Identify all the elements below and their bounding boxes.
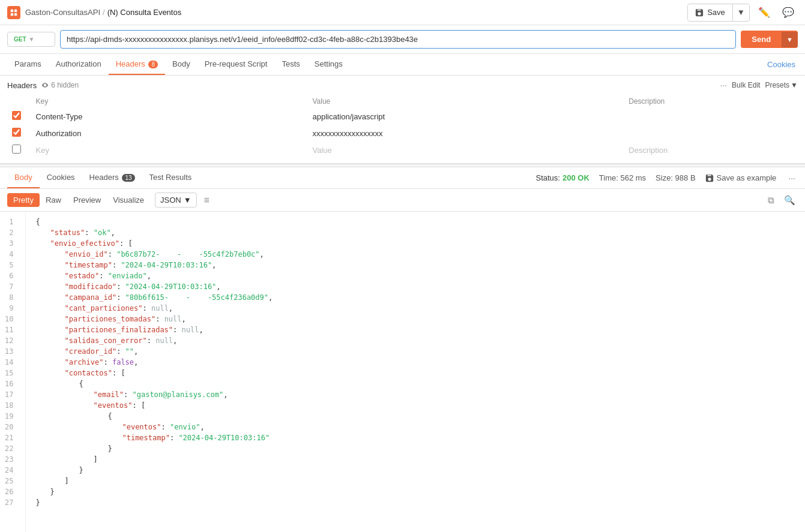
request-name: (N) Consulta Eventos <box>107 8 182 17</box>
header-desc-new[interactable]: Description <box>624 142 798 158</box>
fmt-tab-pretty[interactable]: Pretty <box>7 193 40 207</box>
svg-rect-2 <box>11 13 13 15</box>
presets-button[interactable]: Presets ▼ <box>765 81 798 89</box>
copy-button[interactable]: ⧉ <box>765 194 777 207</box>
json-label: JSON <box>160 196 181 205</box>
edit-icon-button[interactable]: ✏️ <box>755 4 774 20</box>
tab-settings[interactable]: Settings <box>307 54 350 75</box>
headers-actions: ··· Bulk Edit Presets ▼ <box>720 80 798 90</box>
line-5: "timestamp": "2024-04-29T10:03:16", <box>35 260 795 270</box>
header-desc-1[interactable] <box>624 125 798 142</box>
line-7: "modificado": "2024-04-29T10:03:16", <box>35 281 795 292</box>
size-value: 988 B <box>675 173 696 182</box>
bulk-edit-button[interactable]: Bulk Edit <box>732 81 760 89</box>
fmt-tab-raw[interactable]: Raw <box>40 193 67 207</box>
json-format-selector[interactable]: JSON ▼ <box>155 193 197 208</box>
col-key: Key <box>31 95 308 108</box>
response-size: Size: 988 B <box>656 173 696 182</box>
save-button-group: Save ▼ <box>687 4 750 22</box>
line-22: } <box>35 443 795 454</box>
headers-title-row: Headers 6 hidden ··· Bulk Edit Presets ▼ <box>7 80 798 90</box>
method-dropdown-icon: ▼ <box>29 36 35 43</box>
svg-rect-1 <box>14 9 17 11</box>
headers-table: Key Value Description Content-Type appli… <box>7 95 798 158</box>
save-example-label: Save as example <box>717 173 777 182</box>
tab-headers-label: Headers <box>116 59 145 68</box>
value-placeholder: Value <box>312 146 331 155</box>
response-meta: Status: 200 OK Time: 562 ms Size: 988 B … <box>536 172 798 184</box>
col-desc: Description <box>624 95 798 108</box>
response-more-button[interactable]: ··· <box>786 172 798 184</box>
line-17: "email": "gaston@planisys.com", <box>35 389 795 400</box>
fmt-tab-visualize[interactable]: Visualize <box>107 193 150 207</box>
line-26: } <box>35 486 795 497</box>
tab-headers[interactable]: Headers 8 <box>109 54 165 75</box>
header-checkbox-new[interactable] <box>12 145 21 154</box>
fmt-tab-preview[interactable]: Preview <box>67 193 107 207</box>
collection-name[interactable]: Gaston-ConsultasAPI <box>25 8 100 17</box>
method-select[interactable]: GET ▼ <box>7 32 55 47</box>
headers-more-button[interactable]: ··· <box>720 80 727 90</box>
resp-tab-testresults[interactable]: Test Results <box>142 167 199 188</box>
save-label: Save <box>707 8 725 17</box>
header-value-new[interactable]: Value <box>307 142 624 158</box>
req-tabs-right: Cookies <box>765 55 798 74</box>
tab-body[interactable]: Body <box>165 54 197 75</box>
tab-tests[interactable]: Tests <box>274 54 307 75</box>
header-checkbox-0[interactable] <box>12 111 21 120</box>
hidden-headers-toggle[interactable]: 6 hidden <box>41 81 79 89</box>
comment-icon-button[interactable]: 💬 <box>779 4 798 20</box>
request-tabs: Params Authorization Headers 8 Body Pre-… <box>0 54 805 76</box>
tab-params[interactable]: Params <box>7 54 49 75</box>
header-key-0[interactable]: Content-Type <box>31 108 308 125</box>
tab-authorization[interactable]: Authorization <box>49 54 109 75</box>
method-label: GET <box>14 36 26 43</box>
line-15: "contactos": [ <box>35 368 795 378</box>
tab-prerequest[interactable]: Pre-request Script <box>197 54 275 75</box>
top-bar-right: Save ▼ ✏️ 💬 <box>687 4 798 22</box>
send-button[interactable]: Send <box>741 31 782 48</box>
resp-tab-body[interactable]: Body <box>7 167 40 188</box>
save-dropdown-button[interactable]: ▼ <box>733 5 749 20</box>
line-10: "particiones_tomadas": null, <box>35 314 795 324</box>
response-tabs-bar: Body Cookies Headers 13 Test Results Sta… <box>0 167 805 189</box>
time-label: Time: <box>599 173 618 182</box>
main-content: GET ▼ Send ▼ Params Authorization Header… <box>0 25 805 532</box>
line-4: "envio_id": "b6c87b72- - -55c4f2b7eb0c", <box>35 249 795 260</box>
send-button-group: Send ▼ <box>741 31 798 48</box>
send-dropdown-button[interactable]: ▼ <box>782 32 798 47</box>
format-bar-right: ⧉ 🔍 <box>765 194 798 207</box>
header-checkbox-1[interactable] <box>12 128 21 137</box>
headers-title: Headers <box>7 81 37 90</box>
wrap-icon-button[interactable]: ≡ <box>202 194 212 207</box>
presets-label: Presets <box>765 81 789 89</box>
code-area: 12345 678910 1112131415 1617181920 21222… <box>0 212 805 532</box>
breadcrumb-sep: / <box>103 8 105 17</box>
header-desc-0[interactable] <box>624 108 798 125</box>
save-icon <box>705 174 714 182</box>
header-check-new[interactable] <box>7 142 31 158</box>
header-value-1[interactable]: xxxxxxxxxxxxxxxxxx <box>307 125 624 142</box>
size-label: Size: <box>656 173 673 182</box>
resp-tab-cookies[interactable]: Cookies <box>40 167 82 188</box>
status-value: 200 OK <box>562 173 589 182</box>
search-button[interactable]: 🔍 <box>782 194 798 207</box>
header-key-new[interactable]: Key <box>31 142 308 158</box>
header-check-1[interactable] <box>7 125 31 142</box>
header-value-0[interactable]: application/javascript <box>307 108 624 125</box>
header-row-1: Authorization xxxxxxxxxxxxxxxxxx <box>7 125 798 142</box>
line-19: { <box>35 411 795 422</box>
header-key-1[interactable]: Authorization <box>31 125 308 142</box>
header-check-0[interactable] <box>7 108 31 125</box>
top-bar: Gaston-ConsultasAPI / (N) Consulta Event… <box>0 0 805 25</box>
status-label: Status: <box>536 173 560 182</box>
col-value: Value <box>307 95 624 108</box>
save-main-button[interactable]: Save <box>688 5 732 20</box>
cookies-button[interactable]: Cookies <box>765 55 798 74</box>
save-example-button[interactable]: Save as example <box>705 173 777 182</box>
url-input[interactable] <box>60 30 736 49</box>
resp-tab-headers[interactable]: Headers 13 <box>82 167 142 188</box>
response-area: Body Cookies Headers 13 Test Results Sta… <box>0 167 805 532</box>
breadcrumb: Gaston-ConsultasAPI / (N) Consulta Event… <box>25 8 181 17</box>
top-bar-left: Gaston-ConsultasAPI / (N) Consulta Event… <box>7 6 181 19</box>
